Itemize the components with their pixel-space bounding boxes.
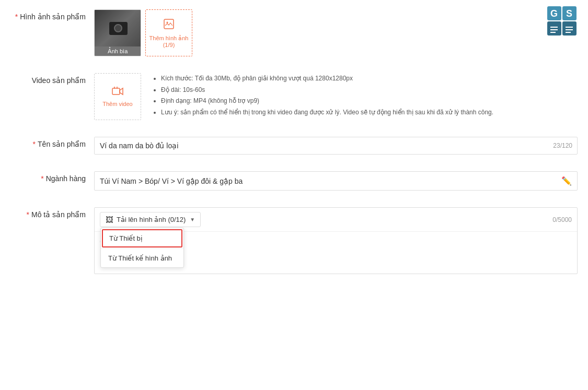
required-star-category: * (41, 174, 43, 183)
add-video-icon (112, 87, 123, 99)
category-content: Túi Ví Nam > Bóp/ Ví > Ví gập đôi & gập … (94, 171, 578, 191)
video-rule-3: Định dạng: MP4 (không hỗ trợ vp9) (161, 96, 493, 107)
add-image-icon (163, 18, 175, 33)
category-row: *Ngành hàng Túi Ví Nam > Bóp/ Ví > Ví gậ… (10, 167, 578, 191)
upload-dropdown-menu: Từ Thiết bị Từ Thiết kế hình ảnh (100, 228, 184, 268)
add-video-button[interactable]: Thêm video (94, 73, 141, 120)
product-image-label: *Hình ảnh sản phẩm (10, 9, 94, 21)
edit-category-icon[interactable]: ✏️ (561, 176, 572, 186)
logo: G S (546, 5, 578, 37)
category-label: *Ngành hàng (10, 171, 94, 183)
svg-point-14 (167, 21, 168, 23)
description-editor: 🖼 Tải lên hình ảnh (0/12) ▼ Từ Thiết bị … (94, 207, 578, 274)
image-section: Ảnh bìa Thêm hình ảnh (1/9) (94, 9, 578, 56)
dropdown-arrow-icon: ▼ (190, 217, 195, 222)
video-rule-4: Lưu ý: sản phẩm có thể hiển thị trong kh… (161, 107, 493, 119)
category-value: Túi Ví Nam > Bóp/ Ví > Ví gập đôi & gập … (100, 177, 561, 185)
product-name-input-wrapper: 23/120 (94, 137, 578, 155)
required-star-desc: * (27, 210, 29, 219)
product-name-row: *Tên sản phẩm 23/120 (10, 133, 578, 155)
video-rule-1: Kích thước: Tối đa 30Mb, độ phân giải kh… (161, 73, 493, 85)
product-image-content: Ảnh bìa Thêm hình ảnh (1/9) (94, 9, 578, 56)
product-image-row: *Hình ảnh sản phẩm Ảnh bìa (10, 5, 578, 56)
product-name-counter: 23/120 (553, 142, 572, 149)
upload-images-label: Tải lên hình ảnh (0/12) (117, 216, 186, 223)
video-rule-2: Độ dài: 10s-60s (161, 85, 493, 96)
svg-rect-5 (547, 21, 561, 36)
required-star-image: * (15, 13, 18, 21)
svg-rect-15 (112, 88, 120, 94)
product-image-preview (95, 10, 141, 46)
video-label: Video sản phẩm (10, 73, 94, 85)
description-toolbar: 🖼 Tải lên hình ảnh (0/12) ▼ Từ Thiết bị … (95, 208, 577, 232)
cover-image-box[interactable]: Ảnh bìa (94, 9, 141, 56)
video-row: Video sản phẩm Thêm video (10, 69, 578, 120)
cover-label: Ảnh bìa (95, 46, 141, 56)
camera-mock (109, 22, 128, 35)
page-wrapper: G S *Hình ảnh sản phẩm (0, 0, 588, 297)
required-star-name: * (33, 140, 36, 148)
video-section: Thêm video Kích thước: Tối đa 30Mb, độ p… (94, 73, 578, 120)
upload-img-icon: 🖼 (106, 215, 113, 224)
description-row: *Mô tả sản phẩm 🖼 Tải lên hình ảnh (0/12… (10, 203, 578, 274)
upload-images-button[interactable]: 🖼 Tải lên hình ảnh (0/12) ▼ Từ Thiết bị … (100, 212, 201, 227)
video-content: Thêm video Kích thước: Tối đa 30Mb, độ p… (94, 73, 578, 120)
description-content: 🖼 Tải lên hình ảnh (0/12) ▼ Từ Thiết bị … (94, 207, 578, 274)
dropdown-item-design[interactable]: Từ Thiết kế hình ảnh (101, 249, 183, 267)
description-counter: 0/5000 (552, 216, 572, 223)
video-rules: Kích thước: Tối đa 30Mb, độ phân giải kh… (152, 73, 493, 118)
product-name-input[interactable] (94, 137, 578, 155)
category-selector[interactable]: Túi Ví Nam > Bóp/ Ví > Ví gập đôi & gập … (94, 171, 578, 191)
product-name-content: 23/120 (94, 137, 578, 155)
svg-text:G: G (550, 8, 558, 19)
svg-text:S: S (566, 8, 572, 19)
dropdown-item-device[interactable]: Từ Thiết bị (102, 229, 182, 247)
svg-rect-6 (562, 21, 577, 36)
svg-rect-13 (164, 19, 174, 29)
add-image-button[interactable]: Thêm hình ảnh (1/9) (145, 9, 192, 56)
add-video-label: Thêm video (102, 101, 132, 107)
description-label: *Mô tả sản phẩm (10, 207, 94, 219)
product-name-label: *Tên sản phẩm (10, 137, 94, 148)
add-image-label: Thêm hình ảnh (1/9) (146, 35, 192, 48)
